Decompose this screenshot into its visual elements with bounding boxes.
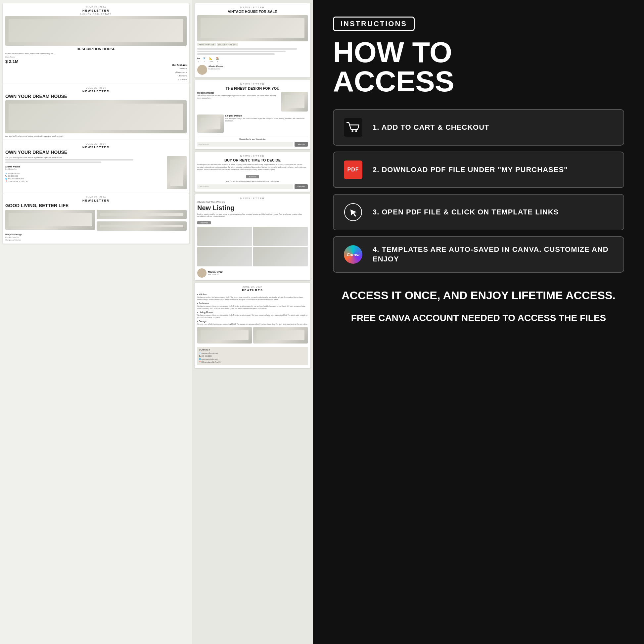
mid1-tabs: ABOUT PROPERTY PROPERTY FEATURES [197,43,308,46]
mid4-avatar [197,268,207,278]
card1-sublabel2: LUXURY REAL ESTATE [5,13,187,15]
how-to-access-title: HOW TO ACCESS [333,38,624,96]
step-3-text: 3. OPEN PDF FILE & CLICK ON TEMPLATE LIN… [373,207,559,217]
mid4-agent-row: Maria Perez Real Estate Inc. [197,268,308,278]
mid4-img2 [253,227,308,246]
mid5-kitchen: • Kitchen [197,293,308,296]
mid5-contact-title: CONTACT [199,348,306,351]
card4-sublabel: NEWSLETTER [5,199,187,202]
pdf-badge-icon: PDF [344,161,362,179]
step-1-icon [342,116,365,139]
step-4-row: Canva 4. TEMPLATES ARE AUTO-SAVED IN CAN… [333,236,624,273]
mid5-living-body: We have a masters living room measuring … [197,314,308,319]
mid4-read-more: Read More [197,221,211,224]
mid5-bedroom-body: We have a masters living room measuring … [197,305,308,310]
mid2-elegant-text: Elegant Design With an elegant design, t… [225,115,308,134]
mid1-icon4: 🏠1 [216,57,219,63]
mid-card-2: NEWSLETTER THE FINEST DESIGN FOR YOU Mod… [195,80,310,149]
right-panel: INSTRUCTIONS HOW TO ACCESS 1. ADD TO CAR… [313,0,644,644]
mid1-agent-row: Maria Perez Real Estate Inc. [197,65,308,75]
mid3-body: What&apos;s to Consider Before Investing… [197,163,308,171]
card4-images [5,210,187,232]
mid3-email-input: Email Address [197,184,293,189]
mid4-label: NEWSLETTER [197,197,308,200]
mid2-body: The modern decoration that we offer to c… [197,95,280,99]
mid5-contact-details: 📧 yourname@email.com 📞 (00) 000-0000 🌐 w… [199,352,306,364]
title-line1: HOW TO [333,36,452,69]
mid4-body: Book an appointment for our open house t… [197,213,308,217]
mid5-kitchen-body: We have a modern kitchen measuring 10x6'… [197,296,308,301]
mid2-label: NEWSLETTER [197,83,308,86]
mid1-label: NEWSLETTER [197,6,308,9]
step-2-row: PDF 2. DOWNLOAD PDF FILE UNDER "MY PURCH… [333,152,624,188]
card2-body: Are you looking for a real estate agent … [5,135,187,137]
canva-badge-icon: Canva [344,245,362,264]
mid2-subscribe-title: Subscribe to our Newsletter [197,136,308,140]
card2-sublabel: NEWSLETTER [5,90,187,93]
mid-card-3: NEWSLETTER BUY OR RENT: TIME TO DECIDE W… [195,152,310,192]
card1-price: $ 2.1M [5,59,187,64]
mid4-company: Real Estate Inc. [208,273,222,275]
mid4-agent-name: Maria Perez [208,270,222,273]
mid3-learn-btn: Business [246,175,259,178]
mid5-img1 [197,327,252,344]
mid1-line1 [197,48,297,50]
card1-price-label: Start From [5,56,187,58]
step-3-row: 3. OPEN PDF FILE & CLICK ON TEMPLATE LIN… [333,194,624,230]
mid4-title2: New Listing [197,204,308,212]
card1-image [5,16,187,46]
mid5-img2 [253,327,308,344]
step-3-icon [342,201,365,224]
mid1-icons-row: 🛏3 🚿2 📐120m² 🏠1 [197,57,308,63]
step-4-icon: Canva [342,243,365,266]
svg-point-2 [355,130,357,132]
step-4-text: 4. TEMPLATES ARE AUTO-SAVED IN CANVA. CU… [373,245,616,264]
mid1-image [197,15,308,41]
step-2-text: 2. DOWNLOAD PDF FILE UNDER "MY PURCHASES… [373,165,568,175]
card2-title: OWN YOUR DREAM HOUSE [5,94,187,99]
mid4-img1 [197,227,252,246]
card4-img3 [97,221,187,231]
middle-panel: NEWSLETTER VINTAGE HOUSE FOR SALE ABOUT … [192,0,313,644]
svg-rect-0 [344,118,362,137]
card1-features: Our Features • Kitchen• Living room• Bed… [172,64,187,81]
card2-date: June 20, 2024 [5,87,187,89]
mid4-check: Check Out This Week's [197,201,308,204]
mid5-garage-body: Here we have a fairly large garage measu… [197,323,308,325]
preview-card-2: June 20, 2024 NEWSLETTER OWN YOUR DREAM … [3,84,189,140]
mid2-title: THE FINEST DESIGN FOR YOU [197,86,308,90]
cart-svg-icon [344,118,362,137]
mid4-image-grid [197,227,308,266]
card3-agent-name: Maria Perez [5,165,165,168]
left-panel: June 20, 2024 NEWSLETTER LUXURY REAL EST… [0,0,192,644]
card1-sublabel: NEWSLETTER [5,9,187,12]
preview-card-4: June 20, 2024 NEWSLETTER GOOD LIVING, BE… [3,193,189,244]
card3-date: June 20, 2024 [5,143,187,145]
card3-contact: 📧 info@email.com📞 000-000-0000🌐 www.your… [5,172,165,183]
mid2-subtitle: Modern Interior [197,92,280,94]
card4-body2: Modern Interior [5,236,187,238]
mid1-icon1: 🛏3 [197,57,200,63]
mid2-subscribe-bar: Email Address Subscribe [197,142,308,147]
mid2-image1 [281,92,308,112]
mid1-agent-info: Maria Perez Real Estate Inc. [208,65,223,75]
card3-photo-col [167,156,187,191]
card4-img1 [5,210,95,230]
instructions-badge-text: INSTRUCTIONS [341,20,407,28]
card3-agent: Maria Perez Real Estate Inc. 📧 info@emai… [5,165,165,183]
mid-card-4: NEWSLETTER Check Out This Week's New Lis… [195,194,310,280]
preview-card-3: June 20, 2024 NEWSLETTER OWN YOUR DREAM … [3,140,189,193]
mid3-signup: Sign up for exclusive content and subscr… [197,180,308,182]
mid-card-1: NEWSLETTER VINTAGE HOUSE FOR SALE ABOUT … [195,3,310,77]
mid1-line3 [197,53,275,55]
cursor-svg-icon [344,203,362,221]
mid2-elegant-title: Elegant Design [225,115,308,117]
mid1-title: VINTAGE HOUSE FOR SALE [197,10,308,14]
card3-content: Are you looking for a real estate agent … [5,156,187,191]
mid1-agent-name: Maria Perez [208,65,223,68]
card1-feature-list: • Kitchen• Living room• Bedroom• Storage [175,67,187,81]
card3-sublabel: NEWSLETTER [5,146,187,149]
card4-title: GOOD LIVING, BETTER LIFE [5,203,187,208]
mid4-img3 [197,247,252,266]
mid2-subscribe-btn: Subscribe [295,142,308,147]
